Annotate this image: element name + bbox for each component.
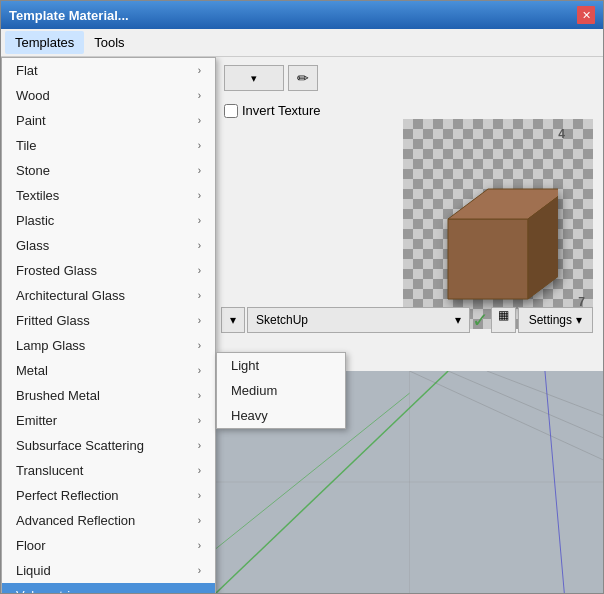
arrow-icon: › — [198, 565, 201, 576]
apply-check-icon[interactable]: ✓ — [472, 308, 489, 332]
menu-metal[interactable]: Metal › — [2, 358, 215, 383]
menu-emitter[interactable]: Emitter › — [2, 408, 215, 433]
arrow-icon: › — [198, 315, 201, 326]
volumetric-submenu: Light Medium Heavy — [216, 352, 346, 429]
window-title: Template Material... — [9, 8, 129, 23]
menu-textiles[interactable]: Textiles › — [2, 183, 215, 208]
grid-icon: ▦ — [498, 308, 509, 322]
arrow-icon: › — [198, 365, 201, 376]
invert-texture-label: Invert Texture — [242, 103, 321, 118]
arrow-icon: › — [198, 515, 201, 526]
menu-item-tools[interactable]: Tools — [84, 31, 134, 54]
title-bar: Template Material... ✕ — [1, 1, 603, 29]
menu-volumetric[interactable]: Volumetric › — [2, 583, 215, 593]
settings-btn[interactable]: Settings ▾ — [518, 307, 593, 333]
arrow-icon: › — [198, 165, 201, 176]
menu-advanced-reflection[interactable]: Advanced Reflection › — [2, 508, 215, 533]
menu-fritted-glass[interactable]: Fritted Glass › — [2, 308, 215, 333]
arrow-icon: › — [198, 190, 201, 201]
left-select-btn[interactable]: ▾ — [221, 307, 245, 333]
arrow-icon: › — [198, 90, 201, 101]
svg-marker-0 — [448, 219, 528, 299]
invert-texture-checkbox[interactable] — [224, 104, 238, 118]
arrow-icon: › — [198, 340, 201, 351]
menu-item-templates[interactable]: Templates — [5, 31, 84, 54]
menu-subsurface-scattering[interactable]: Subsurface Scattering › — [2, 433, 215, 458]
close-button[interactable]: ✕ — [577, 6, 595, 24]
arrow-icon: › — [198, 415, 201, 426]
main-window: Template Material... ✕ Templates Tools F… — [0, 0, 604, 594]
menu-bar: Templates Tools — [1, 29, 603, 57]
submenu-light[interactable]: Light — [217, 353, 345, 378]
menu-floor[interactable]: Floor › — [2, 533, 215, 558]
arrow-icon: › — [198, 290, 201, 301]
menu-translucent[interactable]: Translucent › — [2, 458, 215, 483]
submenu-heavy[interactable]: Heavy — [217, 403, 345, 428]
menu-tile[interactable]: Tile › — [2, 133, 215, 158]
menu-perfect-reflection[interactable]: Perfect Reflection › — [2, 483, 215, 508]
grid-view-btn[interactable]: ▦ — [491, 307, 516, 333]
menu-liquid[interactable]: Liquid › — [2, 558, 215, 583]
menu-brushed-metal[interactable]: Brushed Metal › — [2, 383, 215, 408]
arrow-icon: › — [198, 590, 201, 593]
menu-lamp-glass[interactable]: Lamp Glass › — [2, 333, 215, 358]
arrow-icon: › — [198, 440, 201, 451]
arrow-icon: › — [198, 65, 201, 76]
arrow-icon: › — [198, 540, 201, 551]
arrow-icon: › — [198, 140, 201, 151]
menu-wood[interactable]: Wood › — [2, 83, 215, 108]
menu-plastic[interactable]: Plastic › — [2, 208, 215, 233]
submenu-medium[interactable]: Medium — [217, 378, 345, 403]
sketchup-select[interactable]: SketchUp ▾ — [247, 307, 470, 333]
picker-icon: ✏ — [297, 70, 309, 86]
menu-architectural-glass[interactable]: Architectural Glass › — [2, 283, 215, 308]
right-panel: ▾ ✏ Invert Texture 4 7 — [216, 57, 603, 593]
dropdown1-btn[interactable]: ▾ — [224, 65, 284, 91]
svg-line-10 — [487, 371, 603, 415]
arrow-icon: › — [198, 490, 201, 501]
arrow-icon: › — [198, 240, 201, 251]
arrow-icon: › — [198, 465, 201, 476]
material-preview: 4 7 — [403, 119, 593, 329]
arrow-icon: › — [198, 265, 201, 276]
menu-flat[interactable]: Flat › — [2, 58, 215, 83]
picker-btn[interactable]: ✏ — [288, 65, 318, 91]
menu-paint[interactable]: Paint › — [2, 108, 215, 133]
menu-glass[interactable]: Glass › — [2, 233, 215, 258]
menu-stone[interactable]: Stone › — [2, 158, 215, 183]
cube-preview — [428, 169, 558, 319]
svg-line-9 — [448, 371, 603, 438]
templates-dropdown: Flat › Wood › Paint › Tile › Stone › Tex… — [1, 57, 216, 593]
arrow-icon: › — [198, 115, 201, 126]
menu-frosted-glass[interactable]: Frosted Glass › — [2, 258, 215, 283]
arrow-icon: › — [198, 215, 201, 226]
preview-num-4: 4 — [558, 127, 565, 141]
arrow-icon: › — [198, 390, 201, 401]
svg-line-8 — [410, 371, 604, 460]
content-area: Flat › Wood › Paint › Tile › Stone › Tex… — [1, 57, 603, 593]
